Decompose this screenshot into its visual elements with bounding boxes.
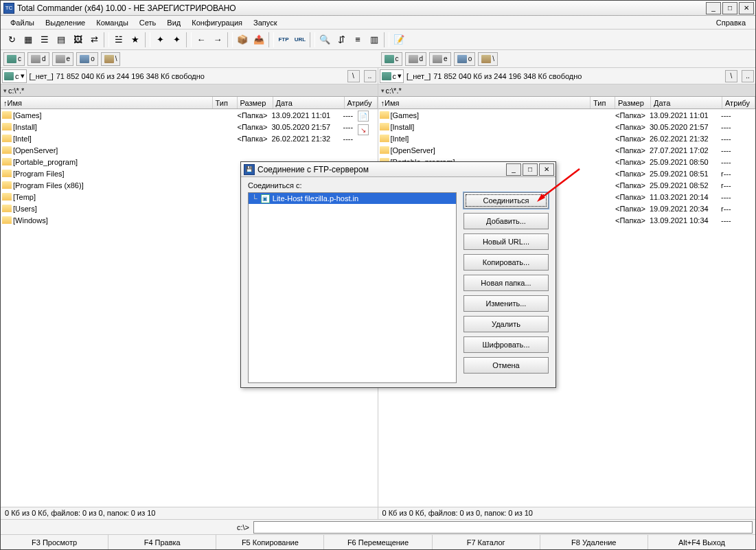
- dialog-close[interactable]: ✕: [539, 163, 554, 176]
- fn-button-5[interactable]: F5 Копирование: [216, 535, 324, 549]
- arrow-left-icon[interactable]: ←: [194, 32, 209, 47]
- ftp-connection-item[interactable]: └ ▣ Lite-Host filezilla.p-host.in: [249, 193, 456, 204]
- table-row[interactable]: [OpenServer]<Папка>27.07.2021 17:02----: [378, 144, 756, 156]
- path-left[interactable]: c:\*.*: [1, 84, 378, 97]
- edit-icon[interactable]: ↘: [358, 124, 369, 135]
- col-type-right[interactable]: Тип: [591, 97, 615, 108]
- maximize-button[interactable]: □: [722, 2, 737, 14]
- table-row[interactable]: [Games]<Папка>13.09.2021 11:01----: [378, 109, 756, 121]
- ftp-connection-list[interactable]: └ ▣ Lite-Host filezilla.p-host.in: [248, 192, 457, 383]
- grid-icon[interactable]: ▦: [21, 32, 36, 47]
- go-up-right[interactable]: ..: [742, 70, 754, 82]
- file-size: <Папка>: [236, 135, 272, 143]
- drive-c[interactable]: c: [3, 52, 25, 66]
- file-date: 25.09.2021 08:50: [650, 158, 721, 166]
- drive-sp[interactable]: \: [101, 52, 121, 66]
- goto-root-left[interactable]: \: [347, 70, 360, 82]
- table-row[interactable]: [Intel]<Папка>26.02.2021 21:32----: [1, 133, 378, 144]
- dialog-button-добавить[interactable]: Добавить...: [463, 213, 549, 229]
- fn-button-6[interactable]: F6 Перемещение: [324, 535, 432, 549]
- ftp-dialog[interactable]: 💾 Соединение с FTP-сервером _ □ ✕ Соедин…: [240, 161, 556, 388]
- menu-help[interactable]: Справка: [711, 17, 751, 28]
- search-icon[interactable]: 🔍: [317, 32, 332, 47]
- url-icon[interactable]: URL: [293, 32, 308, 47]
- titlebar[interactable]: TC Total Commander (x64) 10.00 - НЕ ЗАРЕ…: [1, 1, 755, 16]
- swap-icon[interactable]: ⇄: [87, 32, 102, 47]
- go-up-left[interactable]: ..: [364, 70, 376, 82]
- drive-d[interactable]: d: [405, 52, 427, 66]
- menu-commands[interactable]: Команды: [91, 17, 134, 28]
- menu-select[interactable]: Выделение: [40, 17, 91, 28]
- table-row[interactable]: [Install]<Папка>30.05.2020 21:57----: [378, 121, 756, 133]
- tree-icon[interactable]: ☰: [37, 32, 52, 47]
- menu-config[interactable]: Конфигурация: [186, 17, 248, 28]
- col-size-right[interactable]: Размер: [615, 97, 651, 108]
- goto-root-right[interactable]: \: [725, 70, 737, 82]
- sync-icon[interactable]: ⇵: [334, 32, 349, 47]
- drive-label: c: [18, 55, 21, 62]
- notepad-icon[interactable]: 📝: [391, 32, 406, 47]
- cmd-input[interactable]: [253, 521, 753, 534]
- dialog-button-новый url[interactable]: Новый URL...: [463, 233, 549, 250]
- col-name-left[interactable]: ↑Имя: [1, 97, 213, 108]
- same-folder-icon[interactable]: 📄: [358, 111, 369, 122]
- fn-button-8[interactable]: F8 Удаление: [540, 535, 648, 549]
- image-icon[interactable]: 🖼: [70, 32, 85, 47]
- binary-icon[interactable]: ▤: [54, 32, 69, 47]
- drive-e[interactable]: e: [52, 52, 74, 66]
- table-row[interactable]: [Games]<Папка>13.09.2021 11:01----: [1, 109, 378, 121]
- fn-button-7[interactable]: F7 Каталог: [433, 535, 540, 549]
- col-size-left[interactable]: Размер: [238, 97, 273, 108]
- table-row[interactable]: [OpenServer]: [1, 144, 378, 156]
- menu-files[interactable]: Файлы: [5, 17, 40, 28]
- menu-start[interactable]: Запуск: [248, 17, 282, 28]
- col-attr-left[interactable]: Атрибу: [345, 97, 378, 108]
- dialog-button-соединиться[interactable]: Соединиться: [463, 192, 549, 209]
- drive-o[interactable]: o: [76, 52, 98, 66]
- pack-icon[interactable]: 📦: [235, 32, 250, 47]
- table-row[interactable]: [Install]<Папка>30.05.2020 21:57----: [1, 121, 378, 133]
- folder-icon: [380, 135, 389, 142]
- star-down-icon[interactable]: ✦: [169, 32, 184, 47]
- col-date-right[interactable]: Дата: [651, 97, 722, 108]
- drive-select-left[interactable]: c ▾: [2, 69, 27, 83]
- col-date-left[interactable]: Дата: [273, 97, 345, 108]
- fn-button-4[interactable]: F4 Правка: [108, 535, 216, 549]
- drive-o[interactable]: o: [454, 52, 476, 66]
- drive-d[interactable]: d: [27, 52, 49, 66]
- arrow-right-icon[interactable]: →: [210, 32, 225, 47]
- drive-sp[interactable]: \: [478, 52, 498, 66]
- file-attr: ----: [721, 111, 754, 119]
- drive-select-right[interactable]: c ▾: [380, 69, 404, 83]
- menu-view[interactable]: Вид: [161, 17, 186, 28]
- dialog-button-удалить[interactable]: Удалить: [463, 316, 549, 332]
- favorites-icon[interactable]: ★: [128, 32, 143, 47]
- dialog-button-новая папка[interactable]: Новая папка...: [463, 275, 549, 291]
- ftp-icon[interactable]: FTP: [276, 32, 291, 47]
- dialog-minimize[interactable]: _: [506, 163, 521, 176]
- unpack-icon[interactable]: 📤: [251, 32, 266, 47]
- fn-button-9[interactable]: Alt+F4 Выход: [648, 535, 755, 549]
- clone-icon[interactable]: ☱: [111, 32, 126, 47]
- folder-icon: [2, 193, 12, 200]
- refresh-icon[interactable]: ↻: [4, 32, 19, 47]
- menu-net[interactable]: Сеть: [134, 17, 161, 28]
- col-type-left[interactable]: Тип: [213, 97, 238, 108]
- col-name-right[interactable]: ↑Имя: [378, 97, 591, 108]
- dialog-button-копировать[interactable]: Копировать...: [463, 254, 549, 271]
- dialog-button-изменить[interactable]: Изменить...: [463, 295, 549, 312]
- drive-c[interactable]: c: [381, 52, 402, 66]
- dialog-button-отмена[interactable]: Отмена: [463, 357, 549, 374]
- minimize-button[interactable]: _: [706, 2, 721, 14]
- dialog-maximize[interactable]: □: [523, 163, 538, 176]
- dialog-button-шифровать[interactable]: Шифровать...: [463, 336, 549, 353]
- compare-icon[interactable]: ≡: [350, 32, 365, 47]
- col-attr-right[interactable]: Атрибу: [722, 97, 755, 108]
- diff-icon[interactable]: ▥: [367, 32, 382, 47]
- star-icon[interactable]: ✦: [152, 32, 168, 47]
- fn-button-3[interactable]: F3 Просмотр: [1, 535, 108, 549]
- drive-e[interactable]: e: [429, 52, 451, 66]
- close-button[interactable]: ✕: [739, 2, 754, 14]
- path-right[interactable]: c:\*.*: [378, 84, 756, 97]
- table-row[interactable]: [Intel]<Папка>26.02.2021 21:32----: [378, 133, 756, 144]
